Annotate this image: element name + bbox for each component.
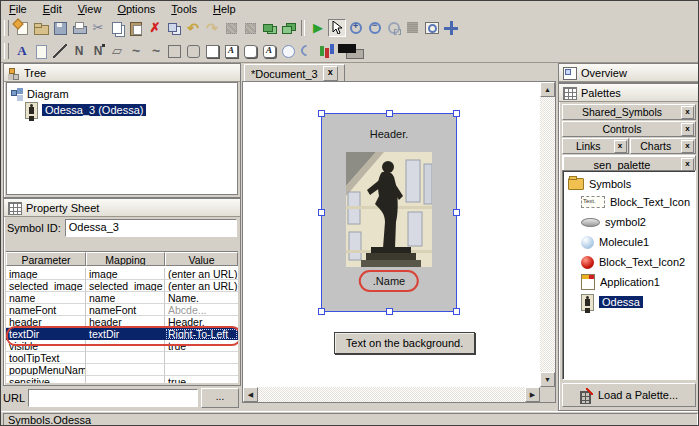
selection-handle[interactable]: [318, 209, 325, 216]
horizontal-scrollbar[interactable]: [243, 387, 540, 402]
symbol-id-field[interactable]: Odessa_3: [65, 219, 237, 237]
palette-tab-controls[interactable]: Controls x: [562, 121, 696, 137]
selection-handle[interactable]: [453, 110, 460, 117]
run-icon[interactable]: ▶: [309, 19, 327, 37]
redo-icon[interactable]: ↷: [203, 19, 221, 37]
mapping-cell[interactable]: header: [86, 316, 165, 328]
param-cell[interactable]: header: [6, 316, 86, 328]
document-close-icon[interactable]: x: [323, 66, 338, 81]
palette-item-odessa[interactable]: Odessa: [581, 292, 695, 312]
text-rounded-rectangle-tool-icon[interactable]: [260, 42, 278, 60]
value-cell[interactable]: [165, 364, 238, 376]
chart-tool-icon[interactable]: [317, 42, 335, 60]
palette-item-symbol2[interactable]: symbol2: [581, 212, 695, 232]
fill-color-swatch-icon[interactable]: [336, 42, 366, 60]
symbols-root-node[interactable]: Symbols: [568, 175, 695, 192]
mapping-cell[interactable]: selected_image: [86, 280, 165, 292]
scroll-right-icon[interactable]: ▶: [525, 387, 540, 402]
print-icon[interactable]: [70, 19, 88, 37]
mapping-cell[interactable]: [86, 340, 165, 352]
selection-handle[interactable]: [386, 110, 393, 117]
palette-tab-links[interactable]: Links x: [562, 138, 629, 154]
mapping-cell[interactable]: nameFont: [86, 304, 165, 316]
property-row-selected[interactable]: textDir textDir Right-To-Left: [6, 328, 238, 340]
pan-icon[interactable]: [442, 19, 460, 37]
tree-node-diagram[interactable]: Diagram: [11, 86, 237, 102]
toolbar-grip[interactable]: [4, 43, 9, 59]
spline-tool-icon[interactable]: ~: [127, 42, 145, 60]
value-cell[interactable]: Header.: [165, 316, 238, 328]
selection-handle[interactable]: [386, 308, 393, 315]
vertical-scrollbar[interactable]: [540, 82, 555, 387]
mapping-cell[interactable]: [86, 352, 165, 364]
param-cell[interactable]: selected_image: [6, 280, 86, 292]
palette-item-molecule1[interactable]: Molecule1: [581, 232, 695, 252]
param-cell[interactable]: visible: [6, 340, 86, 352]
text-rectangle-tool-icon[interactable]: [222, 42, 240, 60]
param-cell[interactable]: popupMenuName: [6, 364, 86, 376]
palettes-header[interactable]: Palettes: [559, 84, 699, 102]
toolbar-grip[interactable]: [4, 20, 9, 36]
selection-handle[interactable]: [318, 110, 325, 117]
palette-tab-close-icon[interactable]: x: [681, 106, 694, 119]
arc-tool-icon[interactable]: [298, 42, 316, 60]
save-icon[interactable]: [51, 19, 69, 37]
palette-item-block-text-icon2[interactable]: Block_Text_Icon2: [581, 252, 695, 272]
url-browse-button[interactable]: ...: [201, 388, 239, 408]
filled-rounded-rectangle-tool-icon[interactable]: [241, 42, 259, 60]
odessa-symbol[interactable]: Header. .Name: [321, 113, 457, 312]
document-canvas[interactable]: Header. .Name: [242, 81, 556, 403]
overview-header[interactable]: Overview: [559, 64, 699, 82]
zoom-in-icon[interactable]: [347, 19, 365, 37]
property-row[interactable]: image image (enter an URL): [6, 268, 238, 280]
tree-panel-header[interactable]: Tree: [4, 64, 240, 82]
menu-edit[interactable]: Edit: [35, 3, 70, 15]
cut-icon[interactable]: ✂: [89, 19, 107, 37]
value-cell[interactable]: (enter an URL): [165, 280, 238, 292]
column-header-mapping[interactable]: Mapping: [86, 252, 165, 266]
property-row[interactable]: header header Header.: [6, 316, 238, 328]
palette-tab-close-icon[interactable]: x: [681, 123, 694, 136]
send-backward-icon[interactable]: [279, 19, 297, 37]
value-cell[interactable]: [165, 352, 238, 364]
copy-icon[interactable]: [108, 19, 126, 37]
overview-window-icon[interactable]: [423, 19, 441, 37]
delete-icon[interactable]: ✗: [146, 19, 164, 37]
property-row[interactable]: sensitive true: [6, 376, 238, 383]
value-cell[interactable]: Abcde...: [165, 304, 238, 316]
rectangle-tool-icon[interactable]: [165, 42, 183, 60]
filled-rectangle-tool-icon[interactable]: [203, 42, 221, 60]
palette-tab-close-icon[interactable]: x: [614, 140, 627, 153]
param-cell[interactable]: name: [6, 292, 86, 304]
zoom-out-icon[interactable]: [366, 19, 384, 37]
param-cell[interactable]: image: [6, 268, 86, 280]
mapping-cell[interactable]: image: [86, 268, 165, 280]
scroll-left-icon[interactable]: ◀: [243, 387, 258, 402]
undo-icon[interactable]: ↶: [184, 19, 202, 37]
value-cell[interactable]: true: [165, 376, 238, 383]
param-cell[interactable]: textDir: [6, 328, 86, 340]
selection-handle[interactable]: [453, 308, 460, 315]
duplicate-icon[interactable]: [165, 19, 183, 37]
polyline-tool-icon[interactable]: N: [70, 42, 88, 60]
palette-item-block-text-icon[interactable]: Text. Block_Text_Icon: [581, 192, 695, 212]
menu-file[interactable]: File: [1, 3, 35, 15]
property-row[interactable]: visible true: [6, 340, 238, 352]
palette-item-application1[interactable]: Application1: [581, 272, 695, 292]
value-cell[interactable]: Right-To-Left: [165, 328, 238, 340]
property-row[interactable]: name name Name.: [6, 292, 238, 304]
url-input[interactable]: [28, 389, 198, 407]
palette-tab-charts[interactable]: Charts x: [630, 138, 697, 154]
mapping-cell[interactable]: [86, 376, 165, 383]
label-tool-icon[interactable]: [32, 42, 50, 60]
property-row[interactable]: selected_image selected_image (enter an …: [6, 280, 238, 292]
closed-spline-tool-icon[interactable]: ~: [146, 42, 164, 60]
text-tool-icon[interactable]: A: [13, 42, 31, 60]
mapping-cell[interactable]: textDir: [86, 328, 165, 340]
mapping-cell[interactable]: name: [86, 292, 165, 304]
selection-handle[interactable]: [453, 209, 460, 216]
line-tool-icon[interactable]: [51, 42, 69, 60]
bring-forward-icon[interactable]: [260, 19, 278, 37]
param-cell[interactable]: nameFont: [6, 304, 86, 316]
polyline-points-tool-icon[interactable]: N: [89, 42, 107, 60]
